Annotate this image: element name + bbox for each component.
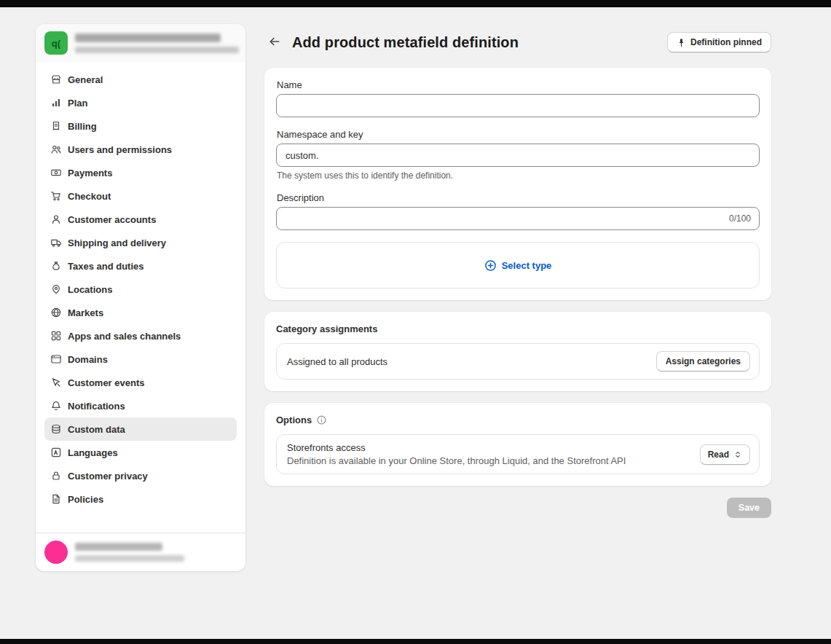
category-assignments-card: Category assignments Assigned to all pro… bbox=[264, 312, 771, 391]
sidebar-item-label: Domains bbox=[68, 354, 108, 365]
sidebar-item-users-permissions[interactable]: Users and permissions bbox=[44, 138, 237, 161]
sidebar-item-customer-accounts[interactable]: Customer accounts bbox=[44, 208, 237, 231]
select-type-label: Select type bbox=[502, 260, 552, 271]
settings-sidebar: q( General Plan Billing Users and permis… bbox=[36, 24, 245, 571]
pinned-button-label: Definition pinned bbox=[690, 37, 762, 47]
sidebar-item-label: Policies bbox=[68, 494, 103, 505]
store-icon bbox=[50, 74, 62, 85]
sidebar-item-domains[interactable]: Domains bbox=[44, 347, 237, 371]
name-field-group: Name bbox=[276, 79, 760, 117]
assigned-products-text: Assigned to all products bbox=[287, 356, 387, 367]
sidebar-item-label: Apps and sales channels bbox=[68, 331, 181, 342]
sidebar-item-custom-data[interactable]: Custom data bbox=[44, 417, 237, 441]
sidebar-item-payments[interactable]: Payments bbox=[44, 161, 237, 184]
location-pin-icon bbox=[50, 283, 62, 295]
page-title: Add product metafield definition bbox=[292, 34, 519, 51]
document-icon bbox=[50, 493, 62, 505]
sidebar-item-label: Checkout bbox=[68, 191, 111, 202]
sidebar-item-label: Markets bbox=[68, 307, 103, 318]
top-black-bar bbox=[0, 0, 831, 7]
apps-grid-icon bbox=[50, 330, 62, 342]
sidebar-item-locations[interactable]: Locations bbox=[44, 278, 237, 301]
sidebar-item-policies[interactable]: Policies bbox=[44, 487, 237, 511]
users-icon bbox=[50, 144, 62, 155]
sidebar-item-label: Taxes and duties bbox=[68, 261, 144, 272]
storefronts-access-description: Definition is available in your Online S… bbox=[287, 455, 626, 466]
payments-icon bbox=[50, 167, 62, 178]
page-header: Add product metafield definition Definit… bbox=[264, 29, 771, 55]
sidebar-item-plan[interactable]: Plan bbox=[44, 91, 237, 114]
namespace-label: Namespace and key bbox=[277, 129, 760, 140]
category-card-title: Category assignments bbox=[276, 323, 377, 334]
select-type-button[interactable]: Select type bbox=[480, 259, 556, 272]
sidebar-item-apps-sales-channels[interactable]: Apps and sales channels bbox=[44, 324, 237, 347]
sidebar-item-label: Payments bbox=[68, 168, 112, 178]
plan-chart-icon bbox=[50, 97, 62, 109]
main-content: Add product metafield definition Definit… bbox=[264, 29, 771, 518]
redacted-store-url bbox=[75, 47, 239, 53]
lock-icon bbox=[50, 470, 62, 482]
sidebar-item-label: Billing bbox=[68, 121, 97, 132]
description-label: Description bbox=[277, 192, 760, 203]
sidebar-item-label: Customer accounts bbox=[68, 214, 156, 225]
pin-icon bbox=[677, 38, 686, 47]
sidebar-item-label: Users and permissions bbox=[68, 144, 172, 155]
user-avatar bbox=[44, 541, 68, 564]
sidebar-item-billing[interactable]: Billing bbox=[44, 114, 237, 138]
settings-nav-list: General Plan Billing Users and permissio… bbox=[36, 62, 245, 533]
redacted-user-email bbox=[75, 555, 184, 562]
definition-pinned-button[interactable]: Definition pinned bbox=[667, 32, 771, 52]
namespace-help-text: The system uses this to identify the def… bbox=[277, 170, 760, 181]
sidebar-item-taxes-duties[interactable]: Taxes and duties bbox=[44, 254, 237, 278]
sidebar-item-general[interactable]: General bbox=[44, 68, 237, 91]
sidebar-item-label: Customer privacy bbox=[68, 471, 148, 482]
namespace-input[interactable] bbox=[276, 144, 760, 167]
store-header: q( bbox=[36, 24, 245, 62]
chevron-up-down-icon bbox=[733, 450, 742, 459]
redacted-store-name bbox=[75, 34, 221, 42]
assign-categories-button[interactable]: Assign categories bbox=[656, 351, 750, 372]
save-row: Save bbox=[264, 498, 771, 518]
select-type-box: Select type bbox=[276, 242, 760, 288]
money-bag-icon bbox=[50, 260, 62, 272]
bell-icon bbox=[50, 400, 62, 412]
back-button[interactable] bbox=[264, 32, 285, 52]
category-assignment-row: Assigned to all products Assign categori… bbox=[276, 343, 760, 380]
sidebar-item-notifications[interactable]: Notifications bbox=[44, 394, 237, 417]
sidebar-item-customer-privacy[interactable]: Customer privacy bbox=[44, 464, 237, 487]
sidebar-item-label: Plan bbox=[68, 98, 87, 109]
sidebar-item-label: Customer events bbox=[68, 377, 144, 388]
sidebar-item-label: Shipping and delivery bbox=[68, 237, 166, 248]
save-button[interactable]: Save bbox=[727, 498, 771, 518]
options-card: Options Storefronts access Definition is… bbox=[264, 403, 771, 486]
description-input[interactable] bbox=[276, 207, 760, 230]
redacted-store-info bbox=[75, 34, 239, 53]
description-field-group: Description 0/100 bbox=[276, 192, 760, 230]
sidebar-item-shipping-delivery[interactable]: Shipping and delivery bbox=[44, 231, 237, 254]
options-card-title: Options bbox=[276, 415, 312, 425]
name-label: Name bbox=[277, 79, 760, 90]
sidebar-item-customer-events[interactable]: Customer events bbox=[44, 371, 237, 394]
sidebar-item-languages[interactable]: Languages bbox=[44, 441, 237, 464]
namespace-field-group: Namespace and key The system uses this t… bbox=[276, 129, 760, 181]
select-value: Read bbox=[708, 449, 729, 460]
database-icon bbox=[50, 423, 62, 435]
plus-circle-icon bbox=[484, 259, 497, 272]
storefronts-access-title: Storefronts access bbox=[287, 442, 626, 453]
sidebar-item-label: Languages bbox=[68, 447, 118, 458]
cart-icon bbox=[50, 190, 62, 202]
sidebar-item-markets[interactable]: Markets bbox=[44, 301, 237, 324]
browser-icon bbox=[50, 353, 62, 365]
info-icon bbox=[316, 415, 327, 425]
storefronts-access-row: Storefronts access Definition is availab… bbox=[276, 434, 760, 474]
back-arrow-icon bbox=[268, 35, 281, 50]
redacted-user-info bbox=[75, 543, 237, 562]
sidebar-item-checkout[interactable]: Checkout bbox=[44, 184, 237, 208]
name-input[interactable] bbox=[276, 94, 760, 117]
sidebar-item-label: Custom data bbox=[68, 424, 125, 435]
storefronts-access-select[interactable]: Read bbox=[700, 444, 750, 465]
user-footer bbox=[36, 533, 245, 571]
receipt-icon bbox=[50, 120, 62, 132]
globe-icon bbox=[50, 307, 62, 318]
bottom-black-bar bbox=[0, 639, 831, 644]
